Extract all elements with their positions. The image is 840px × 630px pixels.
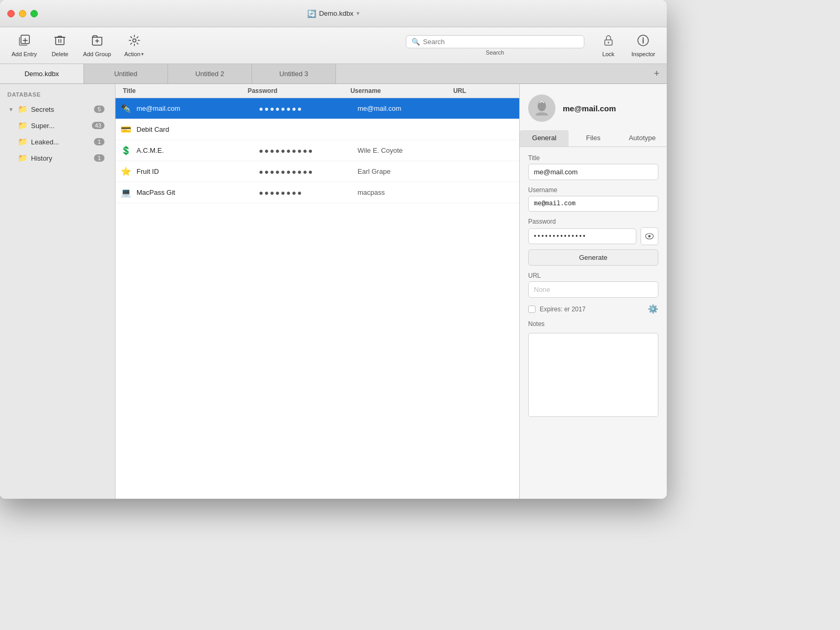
inspector-tabs: General Files Autotype: [520, 130, 667, 147]
action-label: Action: [124, 51, 141, 57]
title-field-label: Title: [528, 154, 658, 162]
entry-username: me@mail.com: [358, 104, 456, 112]
search-label: Search: [486, 49, 504, 56]
tab-untitled-3[interactable]: Untitled 3: [252, 64, 336, 83]
entry-username: macpass: [358, 188, 456, 196]
action-dropdown-icon: ▾: [141, 51, 144, 57]
entry-icon: 💻: [116, 187, 136, 197]
traffic-lights: [7, 10, 38, 17]
lock-button[interactable]: Lock: [593, 31, 624, 60]
sidebar-item-history[interactable]: 📁 History 1: [3, 150, 112, 166]
titlebar-title: 🔄 Demo.kdbx ▾: [307, 9, 360, 18]
expires-gear-icon[interactable]: ⚙️: [648, 304, 658, 314]
username-field-label: Username: [528, 186, 658, 194]
sidebar-item-label: Super...: [31, 122, 89, 130]
username-field-input[interactable]: [528, 196, 658, 212]
tab-untitled-1[interactable]: Untitled: [84, 64, 168, 83]
inspector-tab-files[interactable]: Files: [569, 130, 617, 146]
add-entry-label: Add Entry: [12, 51, 37, 57]
svg-point-5: [643, 37, 644, 38]
username-field-group: Username: [520, 186, 667, 218]
entries-header: Title Password Username URL: [116, 84, 519, 98]
delete-button[interactable]: Delete: [44, 31, 76, 60]
svg-rect-0: [56, 37, 64, 45]
col-header-title: Title: [116, 87, 240, 94]
col-header-url: URL: [446, 87, 519, 94]
entry-password: ●●●●●●●●●●: [259, 167, 358, 176]
password-field-label: Password: [528, 218, 658, 225]
tab-add-button[interactable]: +: [646, 64, 667, 83]
sidebar-item-secrets[interactable]: ▼ 📁 Secrets 5: [3, 101, 112, 117]
table-row[interactable]: 💻 MacPass Git ●●●●●●●● macpass: [116, 182, 519, 203]
sidebar-item-badge: 1: [94, 154, 104, 162]
tab-untitled-2[interactable]: Untitled 2: [168, 64, 252, 83]
entry-username: Wile E. Coyote: [358, 146, 456, 154]
add-group-label: Add Group: [83, 51, 111, 57]
entry-password: ●●●●●●●●: [259, 188, 358, 197]
entries-panel: Title Password Username URL ✒️ me@mail.c…: [116, 84, 520, 499]
delete-icon: [54, 34, 66, 49]
search-container: 🔍 Search: [406, 35, 584, 56]
password-field-wrap: [528, 227, 658, 245]
entry-title: me@mail.com: [136, 104, 259, 112]
sidebar-item-badge: 5: [94, 106, 104, 113]
close-button[interactable]: [7, 10, 15, 17]
sidebar-item-super[interactable]: 📁 Super... 43: [3, 118, 112, 133]
password-field-input[interactable]: [528, 228, 636, 244]
table-row[interactable]: 💳 Debit Card: [116, 119, 519, 140]
sidebar-section-label: Database: [0, 89, 115, 101]
add-entry-button[interactable]: Add Entry: [6, 31, 42, 60]
inspector-header: me@mail.com: [520, 84, 667, 130]
folder-icon: 📁: [18, 153, 28, 163]
main-layout: Database ▼ 📁 Secrets 5 📁 Super... 43 📁 L…: [0, 84, 667, 499]
add-group-button[interactable]: Add Group: [78, 31, 116, 60]
entry-password: ●●●●●●●●: [259, 104, 358, 113]
show-password-button[interactable]: [640, 227, 658, 245]
titlebar-dropdown-icon[interactable]: ▾: [356, 10, 360, 17]
inspector-button[interactable]: Inspector: [626, 31, 660, 60]
table-row[interactable]: 💲 A.C.M.E. ●●●●●●●●●● Wile E. Coyote: [116, 140, 519, 161]
title-field-input[interactable]: [528, 164, 658, 180]
table-row[interactable]: ✒️ me@mail.com ●●●●●●●● me@mail.com: [116, 98, 519, 119]
url-field-group: URL: [520, 272, 667, 304]
entries-table: ✒️ me@mail.com ●●●●●●●● me@mail.com 💳 De…: [116, 98, 519, 499]
sidebar-item-leaked[interactable]: 📁 Leaked... 1: [3, 134, 112, 150]
inspector-name: me@mail.com: [563, 104, 616, 113]
notes-textarea[interactable]: [528, 333, 658, 417]
password-field-group: Password Generate: [520, 218, 667, 272]
svg-point-8: [648, 235, 651, 238]
entry-icon: ⭐: [116, 166, 136, 176]
entry-icon: 💳: [116, 124, 136, 134]
search-input-wrap: 🔍: [406, 35, 584, 48]
action-icon: [128, 34, 141, 49]
lock-icon: [602, 34, 615, 49]
maximize-button[interactable]: [30, 10, 38, 17]
col-header-password: Password: [240, 87, 343, 94]
tabs-bar: Demo.kdbx Untitled Untitled 2 Untitled 3…: [0, 64, 667, 84]
folder-icon: 📁: [18, 121, 28, 130]
col-header-username: Username: [343, 87, 446, 94]
notes-field-label: Notes: [528, 320, 658, 328]
inspector-tab-autotype[interactable]: Autotype: [618, 130, 667, 146]
entry-title: MacPass Git: [136, 188, 259, 196]
entry-username: Earl Grape: [358, 167, 456, 175]
inspector-label: Inspector: [632, 51, 655, 57]
minimize-button[interactable]: [19, 10, 26, 17]
folder-icon: 📁: [18, 104, 28, 114]
sidebar-item-label: History: [31, 154, 91, 162]
svg-point-6: [538, 101, 546, 111]
avatar: [528, 94, 555, 122]
folder-icon: 📁: [18, 137, 28, 146]
svg-point-1: [133, 39, 136, 42]
expires-checkbox[interactable]: [528, 306, 536, 313]
tab-demo-kdbx[interactable]: Demo.kdbx: [0, 64, 84, 83]
sidebar-item-label: Leaked...: [31, 138, 91, 146]
table-row[interactable]: ⭐ Fruit ID ●●●●●●●●●● Earl Grape: [116, 161, 519, 182]
action-button[interactable]: Action ▾: [119, 31, 150, 60]
inspector-tab-general[interactable]: General: [520, 130, 569, 146]
search-input[interactable]: [423, 38, 579, 46]
url-field-input[interactable]: [528, 281, 658, 298]
entry-title: A.C.M.E.: [136, 146, 259, 154]
generate-button[interactable]: Generate: [528, 249, 658, 266]
titlebar: 🔄 Demo.kdbx ▾: [0, 0, 667, 27]
